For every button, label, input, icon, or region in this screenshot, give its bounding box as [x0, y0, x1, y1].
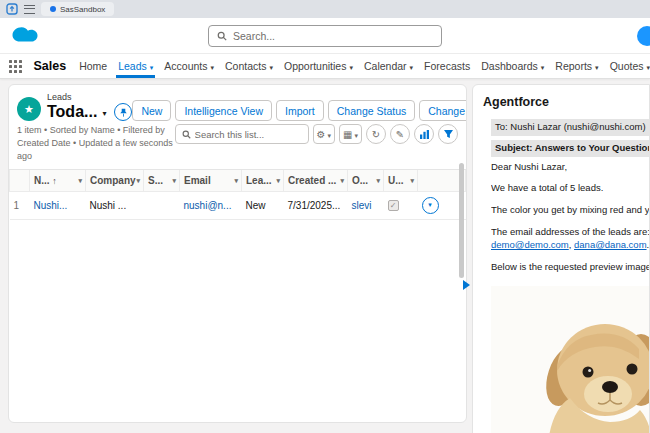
nav-item-opportunities[interactable]: Opportunities▾	[284, 54, 353, 78]
email-total-line: We have a total of 5 leads.	[491, 182, 649, 195]
chevron-down-icon: ▾	[211, 64, 215, 71]
nav-item-reports[interactable]: Reports▾	[555, 54, 598, 78]
main-region: ★ Leads Toda... ▾ New Intelligence View …	[0, 80, 650, 433]
pin-icon[interactable]	[114, 103, 132, 121]
filter-icon	[444, 130, 453, 139]
nav-item-forecasts[interactable]: Forecasts	[424, 54, 470, 78]
pencil-icon: ✎	[396, 129, 404, 140]
column-header-created-date[interactable]: Created ...▾	[284, 170, 348, 191]
chevron-down-icon: ▾	[354, 132, 358, 139]
app-nav-bar: Sales Home Leads▾ Accounts▾ Contacts▾ Op…	[0, 54, 650, 79]
leads-object-icon: ★	[17, 97, 41, 121]
nav-item-accounts[interactable]: Accounts▾	[164, 54, 214, 78]
column-header-state[interactable]: S...▾	[144, 170, 180, 191]
intelligence-view-button[interactable]: Intelligence View	[175, 100, 272, 121]
change-status-button[interactable]: Change Status	[328, 100, 415, 121]
browser-bar: SasSandbox	[0, 0, 650, 18]
gear-icon: ⚙	[317, 129, 326, 140]
salesforce-cloud-logo	[10, 24, 40, 48]
chevron-down-icon: ▾	[595, 64, 599, 71]
nav-item-quotes[interactable]: Quotes▾	[610, 54, 650, 78]
lead-status-cell: New	[242, 191, 284, 219]
column-header-lead-status[interactable]: Lea...▾	[242, 170, 284, 191]
table-row: 1 Nushi... Nushi ... nushi@n... New 7/31…	[10, 191, 466, 219]
nav-item-home[interactable]: Home	[79, 54, 107, 78]
list-settings-button[interactable]: ⚙▾	[313, 124, 335, 144]
column-menu-icon: ▾	[340, 177, 344, 185]
sort-asc-icon: ↑	[52, 176, 57, 186]
column-header-unread[interactable]: U...▾	[384, 170, 418, 191]
open-in-window-icon[interactable]	[5, 3, 18, 16]
column-menu-icon: ▾	[136, 177, 140, 185]
edit-button[interactable]: ✎	[390, 124, 410, 144]
email-preview: To: Nushi Lazar (nushi@nushi.com) Subjec…	[481, 119, 649, 433]
filter-button[interactable]	[438, 124, 458, 144]
state-cell	[144, 191, 180, 219]
email-greeting: Dear Nushi Lazar,	[491, 161, 649, 174]
dana-email-link[interactable]: dana@dana.com	[574, 239, 647, 250]
chevron-down-icon: ▾	[328, 132, 332, 139]
chevron-down-icon: ▾	[410, 64, 414, 71]
column-header-company[interactable]: Company▾	[86, 170, 144, 191]
import-button[interactable]: Import	[276, 100, 324, 121]
column-menu-icon: ▾	[376, 177, 380, 185]
vertical-scrollbar[interactable]	[459, 163, 464, 278]
unread-checkbox[interactable]: ✓	[388, 200, 399, 211]
email-addresses-line-2: demo@demo.com, dana@dana.com.	[491, 239, 649, 252]
row-number-header	[10, 170, 30, 191]
app-launcher-icon[interactable]	[8, 59, 23, 73]
company-cell: Nushi ...	[86, 191, 144, 219]
email-color-line: The color you get by mixing red and yell	[491, 204, 649, 217]
global-search	[208, 25, 442, 47]
nav-item-leads[interactable]: Leads▾	[118, 54, 153, 78]
column-menu-icon: ▾	[234, 177, 238, 185]
display-as-button[interactable]: ▦▾	[339, 124, 362, 144]
owner-link[interactable]: slevi	[352, 200, 372, 211]
row-actions-chevron-icon[interactable]: ▾	[422, 197, 439, 214]
nav-item-contacts[interactable]: Contacts▾	[225, 54, 273, 78]
email-link[interactable]: nushi@n...	[184, 200, 232, 211]
refresh-icon: ↻	[372, 129, 380, 140]
leads-table: N... ↑▾ Company▾ S...▾ Email▾ Lea...▾ Cr…	[9, 169, 466, 220]
list-meta-text: 1 item • Sorted by Name • Filtered by Cr…	[17, 124, 175, 163]
demo-email-link[interactable]: demo@demo.com	[491, 239, 569, 250]
list-view-subheader: 1 item • Sorted by Name • Filtered by Cr…	[9, 123, 466, 169]
chevron-down-icon: ▾	[150, 64, 154, 71]
list-search-input[interactable]	[195, 129, 302, 140]
list-view-header: ★ Leads Toda... ▾ New Intelligence View …	[9, 85, 466, 123]
charts-button[interactable]	[414, 124, 434, 144]
column-header-email[interactable]: Email▾	[180, 170, 242, 191]
table-header-row: N... ↑▾ Company▾ S...▾ Email▾ Lea...▾ Cr…	[10, 170, 466, 191]
nav-item-calendar[interactable]: Calendar▾	[364, 54, 413, 78]
menu-icon[interactable]	[24, 5, 35, 14]
lead-name-link[interactable]: Nushi...	[34, 200, 68, 211]
nav-item-dashboards[interactable]: Dashboards▾	[481, 54, 544, 78]
column-header-owner[interactable]: O...▾	[348, 170, 384, 191]
list-controls: ⚙▾ ▦▾ ↻ ✎	[175, 124, 458, 144]
global-header	[0, 18, 650, 54]
chart-icon	[420, 130, 429, 139]
email-to-line: To: Nushi Lazar (nushi@nushi.com)	[491, 119, 649, 136]
list-actions: New Intelligence View Import Change Stat…	[132, 92, 467, 121]
created-date-cell: 7/31/2025...	[284, 191, 348, 219]
view-selector-chevron-icon[interactable]: ▾	[102, 109, 106, 118]
column-menu-icon: ▾	[276, 177, 280, 185]
panel-collapse-handle-icon[interactable]	[463, 280, 470, 290]
object-label: Leads	[47, 92, 132, 102]
column-menu-icon: ▾	[78, 177, 82, 185]
leads-list-view: ★ Leads Toda... ▾ New Intelligence View …	[8, 84, 467, 423]
browser-tab[interactable]: SasSandbox	[41, 2, 114, 16]
email-addresses-line: The email addresses of the leads are: nu	[491, 226, 649, 239]
new-button[interactable]: New	[132, 100, 171, 121]
tab-title: SasSandbox	[60, 5, 105, 14]
search-icon	[217, 27, 227, 45]
column-menu-icon: ▾	[410, 177, 414, 185]
column-header-name[interactable]: N... ↑▾	[30, 170, 86, 191]
change-owner-button[interactable]: Change Owner	[419, 100, 467, 121]
column-menu-icon: ▾	[172, 177, 176, 185]
global-search-input[interactable]	[233, 30, 433, 42]
chevron-down-icon: ▾	[269, 64, 273, 71]
user-avatar[interactable]	[637, 26, 650, 46]
refresh-button[interactable]: ↻	[366, 124, 386, 144]
agentforce-title: Agentforce	[481, 93, 649, 119]
